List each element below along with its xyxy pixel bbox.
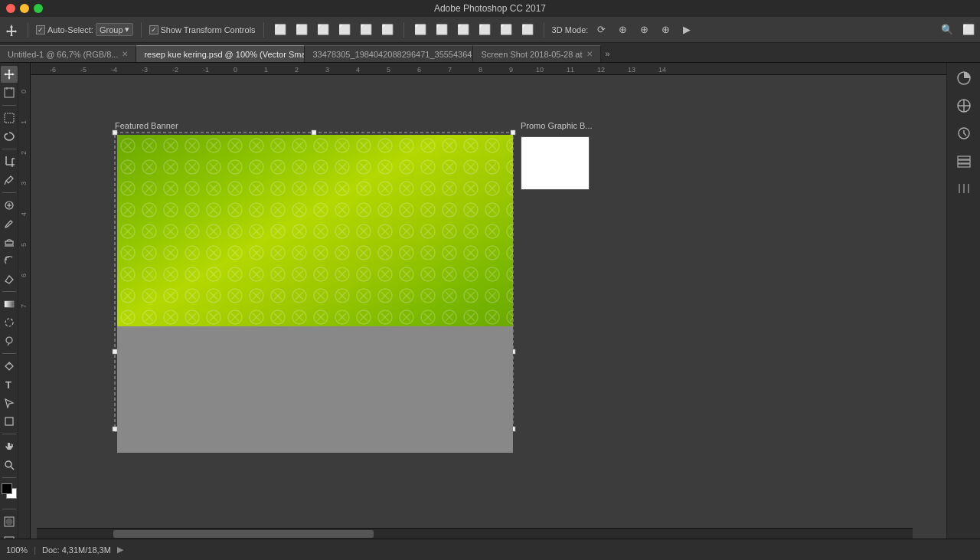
- svg-line-22: [11, 467, 14, 470]
- doc-info-expand[interactable]: ▶: [117, 545, 123, 555]
- text-tool[interactable]: T: [1, 376, 18, 393]
- svg-text:4: 4: [356, 66, 360, 74]
- svg-text:7: 7: [20, 304, 28, 308]
- align-bottom-icon[interactable]: ⬜: [379, 21, 396, 38]
- 3d-pan-icon[interactable]: ⊕: [614, 21, 631, 38]
- show-transform-group: ✓ Show Transform Controls: [149, 25, 256, 34]
- close-button[interactable]: [6, 4, 15, 13]
- scrollbar-thumb[interactable]: [113, 530, 374, 538]
- svg-line-18: [8, 343, 9, 345]
- minimize-button[interactable]: [20, 4, 29, 13]
- tab-resep[interactable]: resep kue kering.psd @ 100% (Vector Smar…: [136, 45, 305, 62]
- 3d-video-icon[interactable]: ▶: [678, 21, 695, 38]
- featured-banner[interactable]: [117, 135, 513, 326]
- panel-adjustments-icon[interactable]: [952, 93, 976, 118]
- panel-color-icon[interactable]: [952, 66, 976, 90]
- svg-text:5: 5: [387, 66, 390, 74]
- tab-image[interactable]: 33478305_1984042088296471_35554364065180…: [305, 45, 473, 62]
- tab-label: resep kue kering.psd @ 100% (Vector Smar…: [144, 50, 305, 59]
- tab-close-icon[interactable]: ✕: [122, 50, 128, 58]
- color-boxes[interactable]: [2, 483, 17, 503]
- svg-rect-79: [958, 160, 970, 163]
- workspace-icon[interactable]: ⬜: [960, 21, 977, 38]
- tab-untitled[interactable]: Untitled-1 @ 66,7% (RGB/8... ✕: [0, 45, 136, 62]
- align-middle-icon[interactable]: ⬜: [358, 21, 374, 38]
- dist-left-icon[interactable]: ⬜: [412, 21, 429, 38]
- auto-select-checkbox[interactable]: ✓: [36, 25, 45, 34]
- svg-text:-5: -5: [80, 66, 87, 74]
- artboard-tool[interactable]: [1, 84, 18, 101]
- auto-select-dropdown[interactable]: Group ▾: [96, 23, 133, 36]
- healing-tool[interactable]: [1, 197, 18, 214]
- panel-channels-icon[interactable]: [952, 176, 976, 201]
- featured-banner-label: Featured Banner: [115, 121, 178, 130]
- window-controls[interactable]: [6, 4, 43, 13]
- brush-tool[interactable]: [1, 215, 18, 232]
- align-top-icon[interactable]: ⬜: [336, 21, 353, 38]
- toolbar-sep-2: [141, 22, 142, 38]
- toolbar-sep-1: [28, 22, 28, 38]
- eyedropper-tool[interactable]: [1, 172, 18, 188]
- dist-center-h-icon[interactable]: ⬜: [433, 21, 450, 38]
- dist-bottom-icon[interactable]: ⬜: [519, 21, 536, 38]
- svg-text:14: 14: [658, 66, 666, 74]
- svg-text:6: 6: [20, 273, 28, 277]
- svg-point-16: [5, 319, 13, 326]
- lasso-tool[interactable]: [1, 128, 18, 145]
- doc-info: Doc: 4,31M/18,3M: [42, 545, 111, 555]
- svg-text:1: 1: [264, 66, 268, 74]
- 3d-rotate-icon[interactable]: ⟳: [593, 21, 609, 38]
- panel-history-icon[interactable]: [952, 121, 976, 146]
- history-tool[interactable]: [1, 252, 18, 269]
- dist-top-icon[interactable]: ⬜: [476, 21, 493, 38]
- 3d-mode-label: 3D Mode:: [552, 25, 589, 34]
- pen-tool[interactable]: [1, 358, 18, 375]
- svg-rect-4: [5, 113, 14, 123]
- panel-layers-icon[interactable]: [952, 149, 976, 173]
- status-bar: 100% | Doc: 4,31M/18,3M ▶: [0, 539, 980, 560]
- shape-tool[interactable]: [1, 413, 18, 430]
- horizontal-scrollbar[interactable]: [37, 528, 913, 539]
- tabs-overflow-button[interactable]: »: [601, 45, 615, 62]
- maximize-button[interactable]: [34, 4, 43, 13]
- path-select-tool[interactable]: [1, 395, 18, 411]
- move-tool-icon[interactable]: [3, 21, 20, 38]
- toolbar-sep-4: [403, 22, 404, 38]
- tabs-row: Untitled-1 @ 66,7% (RGB/8... ✕ resep kue…: [0, 43, 980, 63]
- toolbar-sep-3: [263, 22, 264, 38]
- crop-tool[interactable]: [1, 153, 18, 170]
- below-banner-area: [117, 326, 513, 453]
- svg-text:3: 3: [20, 182, 28, 185]
- svg-rect-72: [117, 135, 513, 326]
- 3d-move-icon[interactable]: ⊕: [657, 21, 674, 38]
- dist-right-icon[interactable]: ⬜: [455, 21, 472, 38]
- marquee-tool[interactable]: [1, 110, 18, 126]
- tab-close-icon[interactable]: ✕: [586, 50, 593, 58]
- dist-middle-icon[interactable]: ⬜: [498, 21, 514, 38]
- quick-mask-icon[interactable]: [1, 513, 18, 530]
- svg-text:13: 13: [628, 66, 635, 74]
- align-center-h-icon[interactable]: ⬜: [293, 21, 310, 38]
- tab-screenshot[interactable]: Screen Shot 2018-05-28 at ✕: [473, 45, 600, 62]
- eraser-tool[interactable]: [1, 270, 18, 287]
- svg-text:2: 2: [295, 66, 299, 74]
- move-tool[interactable]: [1, 66, 18, 83]
- align-right-icon[interactable]: ⬜: [315, 21, 332, 38]
- stamp-tool[interactable]: [1, 234, 18, 251]
- gradient-tool[interactable]: [1, 296, 18, 313]
- hand-tool[interactable]: [1, 438, 18, 455]
- dodge-tool[interactable]: [1, 332, 18, 349]
- show-transform-checkbox[interactable]: ✓: [149, 25, 158, 34]
- svg-line-9: [5, 181, 6, 185]
- search-icon[interactable]: 🔍: [939, 21, 956, 38]
- foreground-color[interactable]: [2, 483, 12, 494]
- blur-tool[interactable]: [1, 314, 18, 331]
- title-bar: Adobe Photoshop CC 2017: [0, 0, 980, 17]
- svg-text:0: 0: [234, 66, 237, 74]
- align-left-icon[interactable]: ⬜: [272, 21, 289, 38]
- svg-text:11: 11: [567, 66, 574, 74]
- canvas-area: -6 -5 -4 -3 -2 -1 0 1 2 3 4 5 6 7 8 9 10…: [18, 63, 946, 560]
- 3d-camera-icon[interactable]: ⊕: [635, 21, 652, 38]
- left-toolbar: T: [0, 63, 18, 560]
- zoom-tool[interactable]: [1, 457, 18, 473]
